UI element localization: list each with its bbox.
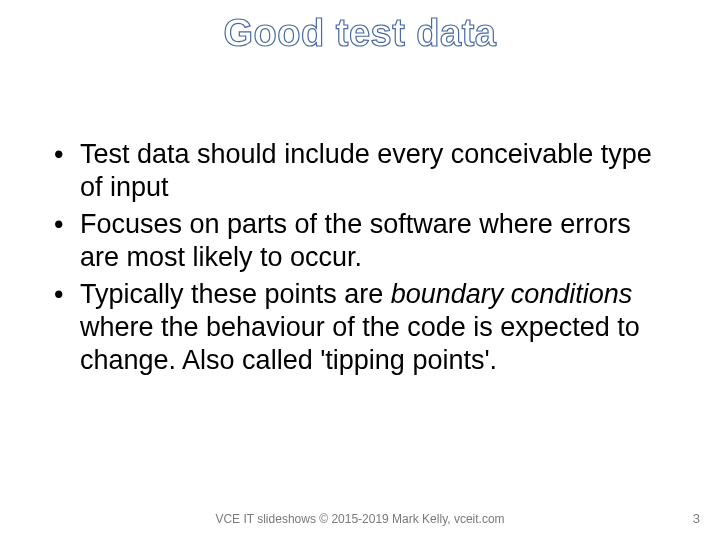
- bullet-text-post: where the behaviour of the code is expec…: [80, 312, 640, 375]
- bullet-list: Test data should include every conceivab…: [48, 138, 672, 377]
- list-item: Focuses on parts of the software where e…: [48, 208, 672, 274]
- bullet-emphasis: boundary conditions: [391, 279, 633, 309]
- bullet-text: Typically these points are: [80, 279, 391, 309]
- slide-footer: VCE IT slideshows © 2015-2019 Mark Kelly…: [0, 512, 720, 526]
- slide-title: Good test data: [0, 0, 720, 63]
- slide: Good test data Test data should include …: [0, 0, 720, 540]
- list-item: Typically these points are boundary cond…: [48, 278, 672, 377]
- bullet-text: Focuses on parts of the software where e…: [80, 209, 631, 272]
- slide-body: Test data should include every conceivab…: [0, 63, 720, 377]
- list-item: Test data should include every conceivab…: [48, 138, 672, 204]
- page-number: 3: [693, 511, 700, 526]
- bullet-text: Test data should include every conceivab…: [80, 139, 652, 202]
